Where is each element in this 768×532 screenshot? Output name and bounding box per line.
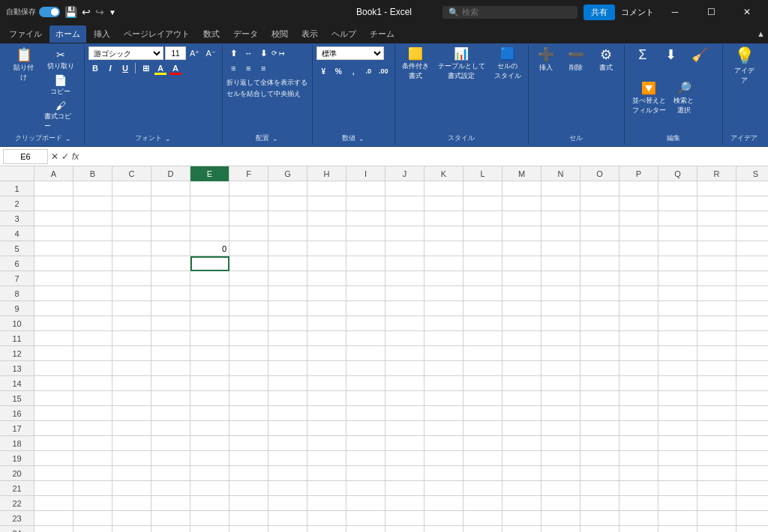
insert-button[interactable]: ➕ 挿入 xyxy=(532,46,560,74)
cell-P20[interactable] xyxy=(620,466,658,481)
cell-O15[interactable] xyxy=(580,391,620,406)
cell-S4[interactable] xyxy=(736,226,768,241)
cell-K12[interactable] xyxy=(424,346,464,361)
cell-B4[interactable] xyxy=(74,226,112,241)
cell-I13[interactable] xyxy=(346,361,386,376)
cell-G4[interactable] xyxy=(268,226,308,241)
col-header-i[interactable]: I xyxy=(346,166,386,181)
cell-H20[interactable] xyxy=(308,466,346,481)
cell-G21[interactable] xyxy=(268,481,308,496)
cell-H21[interactable] xyxy=(308,481,346,496)
cell-C14[interactable] xyxy=(112,376,152,391)
tab-data[interactable]: データ xyxy=(227,25,264,43)
copy-button[interactable]: 📄 コピー xyxy=(42,73,80,97)
cell-C12[interactable] xyxy=(112,346,152,361)
cell-F17[interactable] xyxy=(230,421,268,436)
border-button[interactable]: ⊞ xyxy=(139,61,152,75)
align-middle-button[interactable]: ↔ xyxy=(242,46,255,60)
cell-F6[interactable] xyxy=(230,256,268,271)
cell-E18[interactable] xyxy=(190,436,230,451)
cell-O19[interactable] xyxy=(580,451,620,466)
cell-F8[interactable] xyxy=(230,286,268,301)
cell-P19[interactable] xyxy=(620,451,658,466)
font-color-button[interactable]: A xyxy=(169,61,182,75)
cell-N11[interactable] xyxy=(542,331,580,346)
cell-H23[interactable] xyxy=(308,511,346,526)
cell-O14[interactable] xyxy=(580,376,620,391)
conditional-format-button[interactable]: 🟨 条件付き書式 xyxy=(399,46,432,82)
cell-H4[interactable] xyxy=(308,226,346,241)
cell-O11[interactable] xyxy=(580,331,620,346)
text-direction-button[interactable]: ⟳ xyxy=(272,49,278,57)
cell-I10[interactable] xyxy=(346,316,386,331)
row-num-23[interactable]: 23 xyxy=(0,511,34,526)
format-copy-button[interactable]: 🖌 書式コピー xyxy=(42,99,80,133)
cell-E4[interactable] xyxy=(190,226,230,241)
cell-I9[interactable] xyxy=(346,301,386,316)
align-left-button[interactable]: ≡ xyxy=(226,61,240,75)
cell-R21[interactable] xyxy=(698,481,736,496)
cell-D7[interactable] xyxy=(152,271,190,286)
cell-S10[interactable] xyxy=(736,316,768,331)
cell-D14[interactable] xyxy=(152,376,190,391)
cell-F12[interactable] xyxy=(230,346,268,361)
cell-R23[interactable] xyxy=(698,511,736,526)
cell-P4[interactable] xyxy=(620,226,658,241)
number-label[interactable]: 数値 ⌄ xyxy=(342,132,364,143)
cell-B17[interactable] xyxy=(74,421,112,436)
cell-K8[interactable] xyxy=(424,286,464,301)
cell-S2[interactable] xyxy=(736,196,768,211)
cell-S18[interactable] xyxy=(736,436,768,451)
cell-P11[interactable] xyxy=(620,331,658,346)
cell-J1[interactable] xyxy=(386,181,424,196)
cell-K15[interactable] xyxy=(424,391,464,406)
alignment-label[interactable]: 配置 ⌄ xyxy=(256,132,278,143)
cell-A7[interactable] xyxy=(34,271,74,286)
cell-A5[interactable] xyxy=(34,241,74,256)
cell-B24[interactable] xyxy=(74,526,112,532)
cell-C3[interactable] xyxy=(112,211,152,226)
cell-H7[interactable] xyxy=(308,271,346,286)
col-header-f[interactable]: F xyxy=(230,166,268,181)
cell-A8[interactable] xyxy=(34,286,74,301)
cell-F4[interactable] xyxy=(230,226,268,241)
cell-N2[interactable] xyxy=(542,196,580,211)
cell-S13[interactable] xyxy=(736,361,768,376)
row-num-19[interactable]: 19 xyxy=(0,451,34,466)
cell-C17[interactable] xyxy=(112,421,152,436)
cell-A4[interactable] xyxy=(34,226,74,241)
cell-M18[interactable] xyxy=(502,436,542,451)
autosum-button[interactable]: Σ xyxy=(629,46,656,64)
cell-P14[interactable] xyxy=(620,376,658,391)
cell-S5[interactable] xyxy=(736,241,768,256)
cell-Q7[interactable] xyxy=(658,271,698,286)
cell-D8[interactable] xyxy=(152,286,190,301)
cell-D3[interactable] xyxy=(152,211,190,226)
cell-G9[interactable] xyxy=(268,301,308,316)
cell-P21[interactable] xyxy=(620,481,658,496)
tab-insert[interactable]: 挿入 xyxy=(88,25,116,43)
cell-E7[interactable] xyxy=(190,271,230,286)
currency-button[interactable]: ¥ xyxy=(316,64,330,78)
cell-H24[interactable] xyxy=(308,526,346,532)
tab-formula[interactable]: 数式 xyxy=(197,25,226,43)
cell-O20[interactable] xyxy=(580,466,620,481)
row-num-16[interactable]: 16 xyxy=(0,406,34,421)
cell-C4[interactable] xyxy=(112,226,152,241)
number-expand-icon[interactable]: ⌄ xyxy=(358,135,364,142)
autosave-toggle[interactable] xyxy=(39,7,60,17)
cell-P16[interactable] xyxy=(620,406,658,421)
cell-R19[interactable] xyxy=(698,451,736,466)
cell-C15[interactable] xyxy=(112,391,152,406)
alignment-expand-icon[interactable]: ⌄ xyxy=(272,135,278,142)
cell-A13[interactable] xyxy=(34,361,74,376)
cell-R9[interactable] xyxy=(698,301,736,316)
search-input[interactable] xyxy=(462,7,567,16)
cell-R12[interactable] xyxy=(698,346,736,361)
cell-G20[interactable] xyxy=(268,466,308,481)
col-header-j[interactable]: J xyxy=(386,166,424,181)
cell-G22[interactable] xyxy=(268,496,308,511)
row-num-12[interactable]: 12 xyxy=(0,346,34,361)
cell-R7[interactable] xyxy=(698,271,736,286)
cell-G7[interactable] xyxy=(268,271,308,286)
